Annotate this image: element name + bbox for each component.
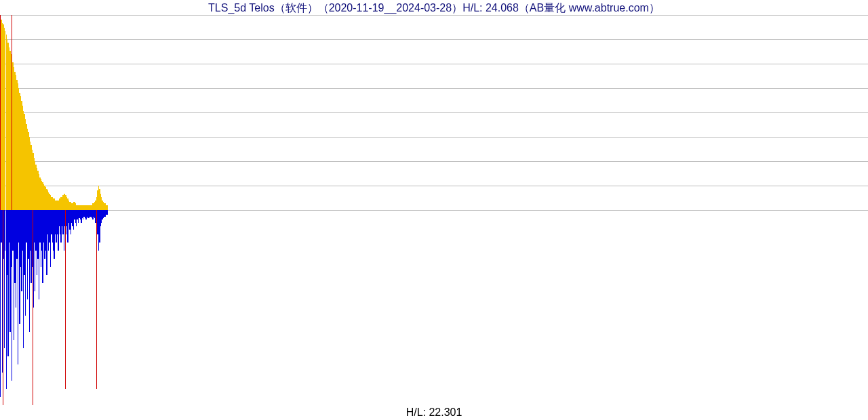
spike-line [3,210,3,405]
bar-positive [106,205,107,210]
spike-line [65,210,66,389]
spike-line [0,15,1,210]
bar-negative [106,210,107,215]
chart-footer: H/L: 22.301 [0,406,868,419]
spike-line [33,210,33,405]
spike-line [96,210,97,389]
spike-line [12,15,12,210]
chart-plot-area [0,15,868,405]
chart-title: TLS_5d Telos（软件）（2020-11-19__2024-03-28）… [0,1,868,16]
bar-container [0,15,868,405]
